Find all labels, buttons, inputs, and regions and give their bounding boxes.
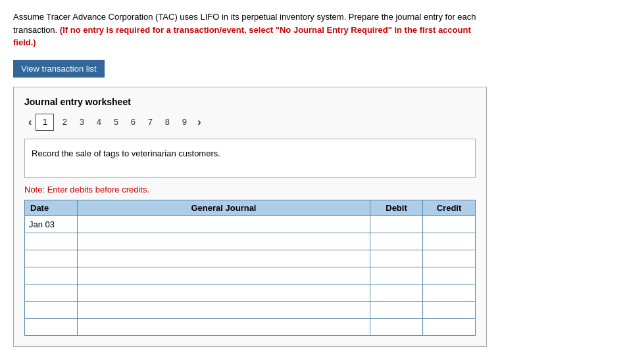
- table-row: [25, 250, 476, 267]
- table-row: [25, 318, 476, 335]
- debit-cell-3[interactable]: [370, 250, 423, 267]
- debit-input-1[interactable]: [374, 219, 418, 229]
- journal-input-6[interactable]: [82, 305, 366, 315]
- date-cell-2: [25, 233, 78, 250]
- credit-input-1[interactable]: [427, 219, 471, 229]
- journal-cell-6[interactable]: [78, 301, 370, 318]
- page-5[interactable]: 5: [108, 114, 124, 131]
- table-row: [25, 233, 476, 250]
- credit-input-3[interactable]: [427, 254, 471, 263]
- intro-paragraph: Assume Tracer Advance Corporation (TAC) …: [13, 11, 487, 49]
- page-3[interactable]: 3: [74, 114, 89, 131]
- journal-input-1[interactable]: [82, 219, 366, 229]
- debit-input-5[interactable]: [374, 288, 418, 298]
- general-journal-header: General Journal: [78, 200, 370, 216]
- worksheet-container: Journal entry worksheet ‹ 1 2 3 4 5 6 7 …: [13, 87, 487, 347]
- credit-input-5[interactable]: [427, 288, 471, 298]
- credit-cell-6[interactable]: [423, 301, 476, 318]
- debit-input-4[interactable]: [374, 271, 418, 281]
- credit-cell-1[interactable]: [423, 216, 476, 233]
- worksheet-title: Journal entry worksheet: [24, 97, 476, 107]
- debit-cell-6[interactable]: [370, 301, 423, 318]
- credit-input-4[interactable]: [427, 271, 471, 281]
- page-8[interactable]: 8: [159, 114, 175, 131]
- page-4[interactable]: 4: [91, 114, 107, 131]
- debit-cell-5[interactable]: [370, 284, 423, 301]
- credit-header: Credit: [423, 200, 476, 216]
- page-9[interactable]: 9: [176, 114, 192, 131]
- journal-cell-5[interactable]: [78, 284, 370, 301]
- view-transaction-list-button[interactable]: View transaction list: [13, 60, 105, 78]
- debit-input-6[interactable]: [374, 305, 418, 315]
- credit-input-6[interactable]: [427, 305, 471, 315]
- journal-input-5[interactable]: [82, 288, 366, 298]
- date-cell-6: [25, 301, 78, 318]
- page-1[interactable]: 1: [36, 114, 54, 131]
- journal-cell-1[interactable]: [78, 216, 370, 233]
- table-row: [25, 267, 476, 284]
- date-cell-5: [25, 284, 78, 301]
- note-text: Note: Enter debits before credits.: [24, 185, 476, 194]
- journal-input-4[interactable]: [82, 271, 366, 281]
- journal-input-7[interactable]: [82, 322, 366, 332]
- debit-input-3[interactable]: [374, 254, 418, 263]
- table-row: [25, 284, 476, 301]
- debit-cell-4[interactable]: [370, 267, 423, 284]
- credit-cell-5[interactable]: [423, 284, 476, 301]
- journal-cell-3[interactable]: [78, 250, 370, 267]
- date-cell-3: [25, 250, 78, 267]
- debit-header: Debit: [370, 200, 423, 216]
- description-box: Record the sale of tags to veterinarian …: [24, 139, 476, 178]
- journal-input-3[interactable]: [82, 254, 366, 263]
- pagination-row: ‹ 1 2 3 4 5 6 7 8 9 ›: [24, 114, 476, 131]
- journal-input-2[interactable]: [82, 237, 366, 246]
- table-row: Jan 03: [25, 216, 476, 233]
- debit-cell-7[interactable]: [370, 318, 423, 335]
- description-text: Record the sale of tags to veterinarian …: [32, 148, 220, 158]
- debit-input-7[interactable]: [374, 322, 418, 332]
- credit-cell-4[interactable]: [423, 267, 476, 284]
- journal-cell-4[interactable]: [78, 267, 370, 284]
- credit-cell-2[interactable]: [423, 233, 476, 250]
- intro-text-bold-red: (If no entry is required for a transacti…: [13, 25, 471, 48]
- credit-cell-3[interactable]: [423, 250, 476, 267]
- next-page-arrow[interactable]: ›: [193, 115, 205, 129]
- date-cell-1: Jan 03: [25, 216, 78, 233]
- table-header-row: Date General Journal Debit Credit: [25, 200, 476, 216]
- debit-cell-1[interactable]: [370, 216, 423, 233]
- credit-cell-7[interactable]: [423, 318, 476, 335]
- journal-cell-2[interactable]: [78, 233, 370, 250]
- date-header: Date: [25, 200, 78, 216]
- page-2[interactable]: 2: [57, 114, 72, 131]
- credit-input-7[interactable]: [427, 322, 471, 332]
- page-7[interactable]: 7: [142, 114, 158, 131]
- credit-input-2[interactable]: [427, 237, 471, 246]
- page-6[interactable]: 6: [125, 114, 141, 131]
- debit-cell-2[interactable]: [370, 233, 423, 250]
- journal-table: Date General Journal Debit Credit Jan 03: [24, 200, 476, 336]
- journal-cell-7[interactable]: [78, 318, 370, 335]
- date-cell-7: [25, 318, 78, 335]
- table-row: [25, 301, 476, 318]
- debit-input-2[interactable]: [374, 237, 418, 246]
- prev-page-arrow[interactable]: ‹: [24, 115, 36, 129]
- date-cell-4: [25, 267, 78, 284]
